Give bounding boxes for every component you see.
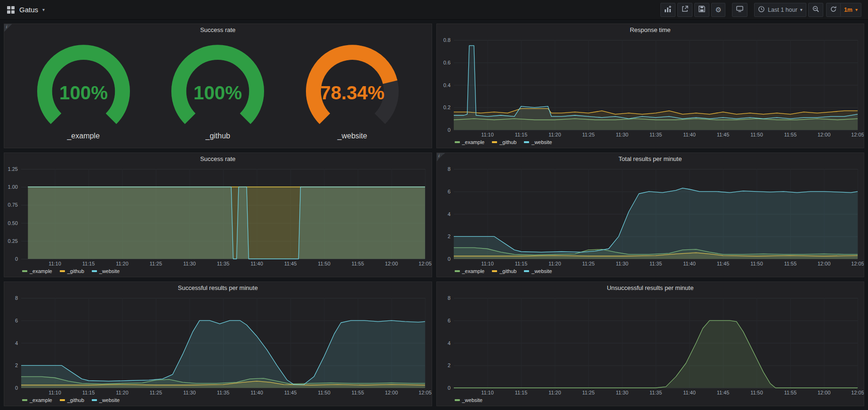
legend-item-_example[interactable]: _example xyxy=(22,268,52,274)
navbar-left: Gatus ▾ xyxy=(7,6,45,14)
chart-legend: _website xyxy=(437,396,864,406)
chart-canvas[interactable]: 00.20.40.60.811:1011:1511:2011:2511:3011… xyxy=(437,36,864,138)
add-panel-button[interactable] xyxy=(660,3,675,17)
x-tick-label: 11:55 xyxy=(352,261,364,266)
response-time-graph[interactable]: 00.20.40.60.811:1011:1511:2011:2511:3011… xyxy=(437,36,864,138)
gauge-row: 100%_example100%_github78.34%_website xyxy=(4,36,432,148)
legend-item-_website[interactable]: _website xyxy=(92,268,120,274)
x-tick-label: 11:35 xyxy=(649,261,662,266)
unsuccessful-results-graph[interactable]: 0246811:1011:1511:2011:2511:3011:3511:40… xyxy=(437,294,864,396)
legend-label: _github xyxy=(67,397,84,403)
x-tick-label: 11:30 xyxy=(183,261,196,266)
x-tick-label: 11:15 xyxy=(514,390,527,395)
panel-title[interactable]: Success rate xyxy=(4,153,432,165)
x-tick-label: 11:50 xyxy=(318,261,330,266)
legend-label: _website xyxy=(99,397,120,403)
apps-grid-icon[interactable] xyxy=(7,6,15,14)
series-fill-_website xyxy=(454,188,858,259)
legend-item-_example[interactable]: _example xyxy=(455,268,485,274)
refresh-button[interactable] xyxy=(826,3,841,17)
gauge-_website: 78.34%_website xyxy=(292,42,412,140)
panel-info-icon[interactable]: i xyxy=(4,24,12,32)
x-tick-label: 11:40 xyxy=(250,261,263,266)
refresh-interval-dropdown[interactable]: 1m ▾ xyxy=(841,3,861,17)
legend-item-_github[interactable]: _github xyxy=(60,397,84,403)
navbar-right: ⚙ Last 1 hour xyxy=(660,3,861,17)
panel-title[interactable]: Total results per minute xyxy=(437,153,864,165)
x-tick-label: 11:30 xyxy=(616,132,628,137)
legend-color-swatch xyxy=(455,270,460,272)
share-button[interactable] xyxy=(677,3,692,17)
chart-canvas[interactable]: 00.250.500.751.001.2511:1011:1511:2011:2… xyxy=(4,165,432,267)
panel-info-icon[interactable]: i xyxy=(437,153,445,161)
caret-down-icon[interactable]: ▾ xyxy=(42,8,45,12)
x-tick-label: 11:20 xyxy=(548,390,561,395)
legend-color-swatch xyxy=(524,141,529,143)
settings-button[interactable]: ⚙ xyxy=(711,3,725,17)
gauge-value: 100% xyxy=(59,82,108,103)
tv-mode-button[interactable] xyxy=(732,3,747,17)
x-tick-label: 12:05 xyxy=(418,390,432,395)
x-tick-label: 11:10 xyxy=(48,390,61,395)
y-tick-label: 4 xyxy=(447,211,450,217)
caret-down-icon: ▾ xyxy=(800,8,803,12)
chart-canvas[interactable]: 0246811:1011:1511:2011:2511:3011:3511:40… xyxy=(437,294,864,396)
y-tick-label: 2 xyxy=(447,233,450,239)
y-tick-label: 0.2 xyxy=(443,105,450,110)
chart-canvas[interactable]: 0246811:1011:1511:2011:2511:3011:3511:40… xyxy=(4,294,432,396)
x-tick-label: 11:45 xyxy=(716,390,729,395)
legend-item-_website[interactable]: _website xyxy=(92,397,120,403)
y-tick-label: 1.00 xyxy=(8,184,18,190)
total-results-graph[interactable]: 0246811:1011:1511:2011:2511:3011:3511:40… xyxy=(437,165,864,267)
y-tick-label: 0 xyxy=(15,385,18,391)
y-tick-label: 8 xyxy=(447,166,450,172)
success-rate-graph[interactable]: 00.250.500.751.001.2511:1011:1511:2011:2… xyxy=(4,165,432,267)
x-tick-label: 11:45 xyxy=(284,390,297,395)
y-tick-label: 6 xyxy=(15,318,18,323)
legend-color-swatch xyxy=(92,399,97,401)
x-tick-label: 11:40 xyxy=(250,390,263,395)
legend-label: _github xyxy=(499,268,516,274)
x-tick-label: 11:25 xyxy=(150,390,162,395)
x-tick-label: 11:40 xyxy=(683,390,696,395)
legend-item-_example[interactable]: _example xyxy=(455,139,485,145)
y-tick-label: 0 xyxy=(447,256,450,262)
legend-color-swatch xyxy=(92,270,97,272)
panel-title[interactable]: Response time xyxy=(437,24,864,36)
x-tick-label: 11:10 xyxy=(481,261,494,266)
legend-label: _website xyxy=(531,139,552,145)
dashboard-grid: i Success rate 100%_example100%_github78… xyxy=(0,20,868,410)
y-tick-label: 0.8 xyxy=(443,37,450,43)
x-tick-label: 11:15 xyxy=(82,261,95,266)
x-tick-label: 12:00 xyxy=(817,132,830,137)
successful-results-graph[interactable]: 0246811:1011:1511:2011:2511:3011:3511:40… xyxy=(4,294,432,396)
panel-successful-results: Successful results per minute 0246811:10… xyxy=(4,281,432,406)
legend-color-swatch xyxy=(60,270,65,272)
legend-item-_github[interactable]: _github xyxy=(492,139,516,145)
y-tick-label: 8 xyxy=(15,295,18,301)
y-tick-label: 0 xyxy=(15,256,18,262)
panel-title[interactable]: Successful results per minute xyxy=(4,282,432,294)
legend-item-_github[interactable]: _github xyxy=(60,268,84,274)
panel-title[interactable]: Success rate xyxy=(4,24,432,36)
legend-item-_website[interactable]: _website xyxy=(524,268,552,274)
x-tick-label: 11:10 xyxy=(48,261,61,266)
legend-item-_github[interactable]: _github xyxy=(492,268,516,274)
legend-item-_website[interactable]: _website xyxy=(455,397,482,403)
x-tick-label: 11:15 xyxy=(82,390,95,395)
legend-item-_website[interactable]: _website xyxy=(524,139,552,145)
legend-label: _github xyxy=(499,139,516,145)
dashboard-title[interactable]: Gatus xyxy=(19,6,38,14)
legend-color-swatch xyxy=(22,399,27,401)
time-range-button[interactable]: Last 1 hour ▾ xyxy=(754,3,806,17)
legend-item-_example[interactable]: _example xyxy=(22,397,52,403)
clock-icon xyxy=(758,6,765,14)
save-button[interactable] xyxy=(694,3,709,17)
x-tick-label: 11:10 xyxy=(481,132,494,137)
y-tick-label: 0 xyxy=(447,385,450,391)
zoom-out-button[interactable] xyxy=(808,3,823,17)
panel-title[interactable]: Unsuccessful results per minute xyxy=(437,282,864,294)
grafana-dashboard: Gatus ▾ xyxy=(0,0,868,410)
x-tick-label: 11:15 xyxy=(514,132,527,137)
chart-canvas[interactable]: 0246811:1011:1511:2011:2511:3011:3511:40… xyxy=(437,165,864,267)
